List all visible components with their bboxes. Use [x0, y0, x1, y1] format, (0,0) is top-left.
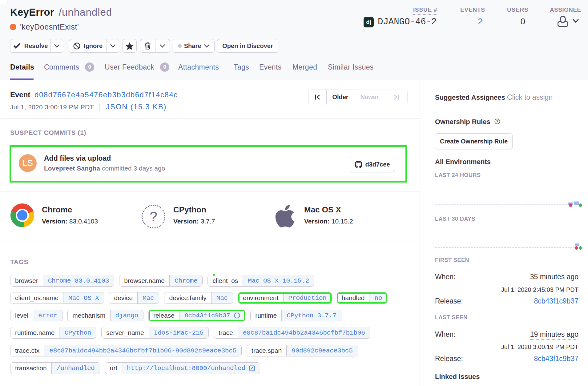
svg-text:?: ?: [496, 119, 498, 123]
